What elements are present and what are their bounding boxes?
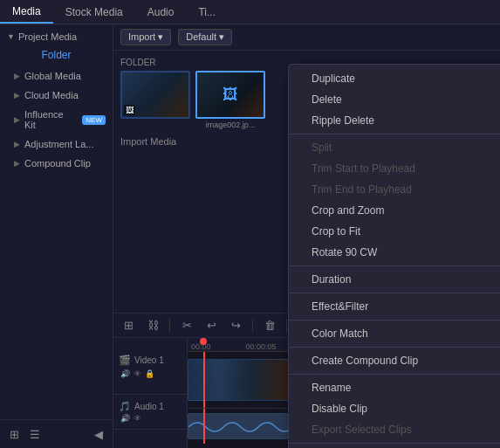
audio-volume-icon[interactable]: 🔊 [120,414,130,423]
menu-item-split: Split Ctrl+B [289,137,500,158]
video-track-label: 🎬 Video 1 🔊 👁 🔒 [113,338,187,395]
project-arrow-icon: ▼ [7,32,15,41]
content-topbar: Import ▾ Default ▾ [113,24,500,51]
tab-bar: Media Stock Media Audio Ti... [0,0,500,24]
toolbar-separator-2 [252,319,253,333]
grid-view-icon[interactable]: ⊞ [5,425,23,443]
menu-sep-1 [289,134,500,134]
tab-stock-media[interactable]: Stock Media [53,0,135,24]
volume-icon[interactable]: 🔊 [120,369,130,378]
media-item-selected[interactable]: 🖼 image002.jp... [195,71,265,129]
arrow-icon: ▶ [14,159,20,168]
audio-playhead [203,409,205,444]
video-playhead [203,352,205,408]
sidebar-item-compound-clip[interactable]: ▶ Compound Clip [0,154,113,173]
lock-icon[interactable]: 🔒 [145,369,154,378]
menu-item-trim-start: Trim Start to Playhead Alt+[ [289,158,500,179]
main-layout: ▼ Project Media Folder ▶ Global Media ▶ … [0,24,500,448]
menu-item-ripple-delete[interactable]: Ripple Delete Shift+Del [289,110,500,131]
sidebar-item-influence-kit[interactable]: ▶ Influence Kit NEW [0,105,113,134]
audio-track-label: 🎵 Audio 1 🔊 👁 [113,395,187,430]
timeline-undo-icon[interactable]: ↩ [202,316,221,335]
default-button[interactable]: Default ▾ [178,29,232,45]
menu-item-trim-end: Trim End to Playhead Alt+] [289,179,500,200]
sidebar-item-global-media[interactable]: ▶ Global Media [0,66,113,86]
toolbar-separator [169,319,170,333]
sidebar-project-media[interactable]: ▼ Project Media [0,28,113,45]
timeline-link-icon[interactable]: ⛓ [143,316,162,335]
menu-item-color-match[interactable]: Color Match Alt+M [289,323,500,344]
menu-item-duplicate[interactable]: Duplicate Ctrl+D [289,68,500,89]
image-type-icon: 🖼 [124,105,135,115]
timeline-delete-icon[interactable]: 🗑 [260,316,279,335]
menu-item-duration[interactable]: Duration [289,269,500,290]
menu-item-rename[interactable]: Rename [289,377,500,398]
sidebar-item-adjustment[interactable]: ▶ Adjustment La... [0,134,113,154]
sidebar-folder[interactable]: Folder [0,45,113,66]
sidebar-item-cloud-media[interactable]: ▶ Cloud Media [0,86,113,105]
new-badge: NEW [82,115,106,125]
content-area: Import ▾ Default ▾ FOLDER 🖼 [113,24,500,448]
video-icon: 🎬 [119,355,131,366]
audio-eye-icon[interactable]: 👁 [134,414,141,423]
menu-sep-2 [289,265,500,266]
context-menu: Duplicate Ctrl+D Delete Del Ripple Delet… [288,64,500,448]
arrow-icon: ▶ [14,91,20,100]
tab-title[interactable]: Ti... [186,0,228,24]
menu-item-crop-fit[interactable]: Crop to Fit Alt+F [289,221,500,242]
import-button[interactable]: Import ▾ [120,29,171,45]
list-view-icon[interactable]: ☰ [26,425,44,443]
menu-item-rotate[interactable]: Rotate 90 CW Ctrl+Alt+Right [289,242,500,263]
menu-sep-3 [289,293,500,293]
media-filename: image002.jp... [206,121,256,129]
tab-media[interactable]: Media [0,0,53,24]
timeline-redo-icon[interactable]: ↪ [226,316,245,335]
menu-sep-4 [289,320,500,320]
toolbar-separator-3 [286,319,287,333]
sidebar-bottom: ⊞ ☰ ◀ [0,419,113,448]
timeline-cut-icon[interactable]: ✂ [177,316,196,335]
tab-audio[interactable]: Audio [135,0,187,24]
playhead-circle [200,338,207,345]
menu-sep-6 [289,374,500,375]
chevron-left-icon[interactable]: ◀ [90,425,107,443]
menu-item-disable-clip[interactable]: Disable Clip E [289,398,500,419]
media-item[interactable]: 🖼 [120,71,190,129]
eye-icon[interactable]: 👁 [134,369,141,378]
arrow-icon: ▶ [14,72,20,80]
menu-item-effect-filter[interactable]: Effect&Filter ▶ [289,296,500,317]
menu-sep-5 [289,347,500,348]
menu-item-export-selected: Export Selected Clips [289,419,500,440]
arrow-icon: ▶ [14,140,20,148]
menu-item-create-compound[interactable]: Create Compound Clip Alt+G [289,350,500,371]
arrow-icon: ▶ [14,115,20,124]
timeline-add-icon[interactable]: ⊞ [119,316,138,335]
menu-item-crop-zoom[interactable]: Crop and Zoom Alt+C [289,200,500,221]
sidebar: ▼ Project Media Folder ▶ Global Media ▶ … [0,24,113,448]
track-labels: 🎬 Video 1 🔊 👁 🔒 [113,338,188,448]
time-mark-1: 00:00:05 [246,342,277,351]
audio-icon: 🎵 [119,401,131,412]
menu-item-delete[interactable]: Delete Del [289,89,500,110]
menu-sep-7 [289,443,500,444]
